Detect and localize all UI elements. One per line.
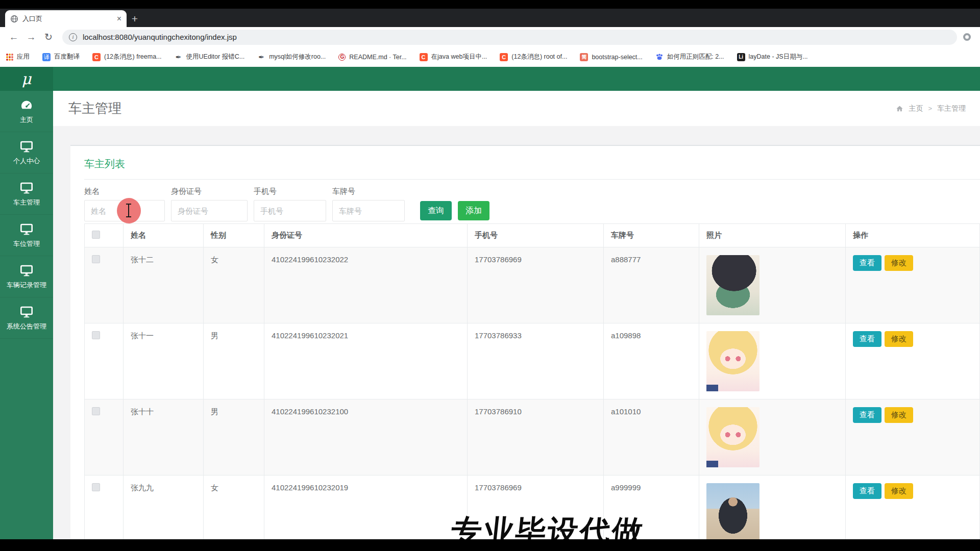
apps-grid-icon [6, 54, 13, 61]
owner-photo [706, 407, 760, 467]
quill-icon: ✒ [175, 53, 183, 61]
browser-tab[interactable]: 入口页 × [5, 10, 127, 27]
row-checkbox[interactable] [92, 255, 100, 263]
browser-toolbar: ← → ↻ i localhost:8080/yuanqutingchexito… [0, 27, 980, 47]
add-button[interactable]: 添加 [458, 201, 489, 220]
reload-icon[interactable]: ↻ [41, 31, 56, 43]
sidebar-item-parking-mgmt[interactable]: 车位管理 [0, 215, 53, 256]
row-checkbox[interactable] [92, 407, 100, 415]
search-button[interactable]: 查询 [420, 201, 452, 220]
site-info-icon[interactable]: i [69, 33, 77, 41]
back-icon[interactable]: ← [6, 32, 21, 43]
dashboard-icon [18, 98, 35, 112]
bookmark-item[interactable]: 如何用正则匹配: 2... [655, 53, 724, 61]
page-body: 车主列表 姓名 身份证号 手机号 [53, 126, 980, 551]
edit-button[interactable]: 修改 [885, 483, 913, 499]
id-number-input[interactable] [171, 200, 248, 221]
id-number-label: 身份证号 [171, 187, 248, 196]
bookmark-item[interactable]: ✒ mysql如何修改roo... [257, 53, 326, 61]
monitor-icon [18, 181, 35, 195]
edit-button[interactable]: 修改 [885, 407, 913, 423]
filter-phone: 手机号 [254, 187, 326, 221]
bookmarks-bar: 应用 译 百度翻译 C (12条消息) freema... ✒ 使用UEdito… [0, 47, 980, 67]
sidebar-item-label: 车位管理 [13, 239, 40, 248]
bookmark-label: 在java web项目中... [431, 53, 487, 61]
url-bar[interactable]: i localhost:8080/yuanqutingchexitong/ind… [62, 30, 957, 45]
breadcrumb-home[interactable]: 主页 [909, 104, 923, 113]
monitor-icon [18, 222, 35, 236]
view-button[interactable]: 查看 [853, 407, 881, 423]
monitor-icon [18, 140, 35, 154]
cell-plate: a109898 [604, 323, 699, 399]
cell-gender: 女 [204, 247, 264, 323]
breadcrumb-current: 车主管理 [937, 104, 966, 113]
cell-id-number: 410224199610232022 [264, 247, 468, 323]
sidebar-item-label: 主页 [20, 115, 33, 124]
view-button[interactable]: 查看 [853, 331, 881, 347]
cell-phone: 17703786969 [468, 247, 604, 323]
view-button[interactable]: 查看 [853, 483, 881, 499]
bookmark-item[interactable]: Li layDate - JS日期与... [737, 53, 808, 61]
bookmark-item[interactable]: C (12条消息) freema... [92, 53, 162, 61]
url-text[interactable]: localhost:8080/yuanqutingchexitong/index… [83, 33, 237, 41]
sidebar-nav: 主页 个人中心 车主管理 [0, 91, 53, 551]
monitor-icon [18, 264, 35, 278]
cell-phone: 17703786910 [468, 399, 604, 475]
baidu-paw-icon [655, 53, 664, 61]
name-input[interactable] [84, 200, 165, 221]
bookmark-label: mysql如何修改roo... [269, 53, 326, 61]
new-tab-button[interactable]: + [127, 11, 143, 27]
plate-input[interactable] [332, 200, 405, 221]
view-button[interactable]: 查看 [853, 255, 881, 271]
bookmark-item[interactable]: ✒ 使用UEditor 报错C... [175, 53, 245, 61]
bookmark-label: 应用 [17, 53, 30, 61]
table-header-row: 姓名 性别 身份证号 手机号 车牌号 照片 操作 [85, 224, 980, 247]
bookmark-item[interactable]: 译 百度翻译 [42, 53, 80, 61]
browser-tab-bar: 入口页 × + [0, 9, 980, 27]
bookmark-label: 如何用正则匹配: 2... [667, 53, 724, 61]
sidebar-item-owner-mgmt[interactable]: 车主管理 [0, 173, 53, 215]
col-id-number: 身份证号 [264, 224, 468, 247]
bookmark-item[interactable]: G README.md · Ter... [338, 54, 406, 61]
col-name: 姓名 [124, 224, 204, 247]
page-header: 车主管理 主页 > 车主管理 [53, 91, 980, 126]
cell-gender: 男 [204, 399, 264, 475]
bookmark-apps[interactable]: 应用 [6, 53, 30, 61]
translate-icon: 译 [42, 53, 51, 61]
cell-gender: 男 [204, 323, 264, 399]
cell-name: 张十二 [124, 247, 204, 323]
bookmark-label: 百度翻译 [54, 53, 80, 61]
sidebar-item-vehicle-records[interactable]: 车辆记录管理 [0, 256, 53, 297]
edit-button[interactable]: 修改 [885, 255, 913, 271]
edit-button[interactable]: 修改 [885, 331, 913, 347]
sidebar-item-label: 车主管理 [13, 198, 40, 207]
sidebar-item-profile[interactable]: 个人中心 [0, 132, 53, 173]
forward-icon[interactable]: → [23, 32, 39, 43]
filter-id-number: 身份证号 [171, 187, 248, 221]
cell-plate: a101010 [604, 399, 699, 475]
owner-photo [706, 483, 760, 543]
app-logo: μ [0, 67, 53, 91]
bookmark-label: (12条消息) root of... [511, 53, 567, 61]
select-all-checkbox[interactable] [92, 231, 100, 239]
globe-icon [10, 15, 18, 23]
sidebar-item-label: 车辆记录管理 [7, 281, 46, 290]
bookmark-item[interactable]: C 在java web项目中... [420, 53, 487, 61]
row-checkbox[interactable] [92, 483, 100, 491]
jianshu-icon: 简 [580, 53, 588, 61]
sidebar-item-announcements[interactable]: 系统公告管理 [0, 297, 53, 339]
phone-label: 手机号 [254, 187, 326, 196]
extensions-icon[interactable] [963, 33, 971, 41]
filter-plate: 车牌号 [332, 187, 405, 221]
page-title: 车主管理 [68, 99, 121, 117]
csdn-icon: C [500, 53, 508, 61]
cell-name: 张十十 [124, 399, 204, 475]
bookmark-item[interactable]: 简 bootstrap-select... [580, 53, 642, 61]
tab-close-icon[interactable]: × [117, 15, 121, 23]
row-checkbox[interactable] [92, 331, 100, 339]
filter-form: 姓名 身份证号 手机号 车牌号 [84, 187, 980, 221]
bookmark-item[interactable]: C (12条消息) root of... [500, 53, 567, 61]
bookmark-label: (12条消息) freema... [104, 53, 162, 61]
phone-input[interactable] [254, 200, 326, 221]
sidebar-item-home[interactable]: 主页 [0, 91, 53, 132]
